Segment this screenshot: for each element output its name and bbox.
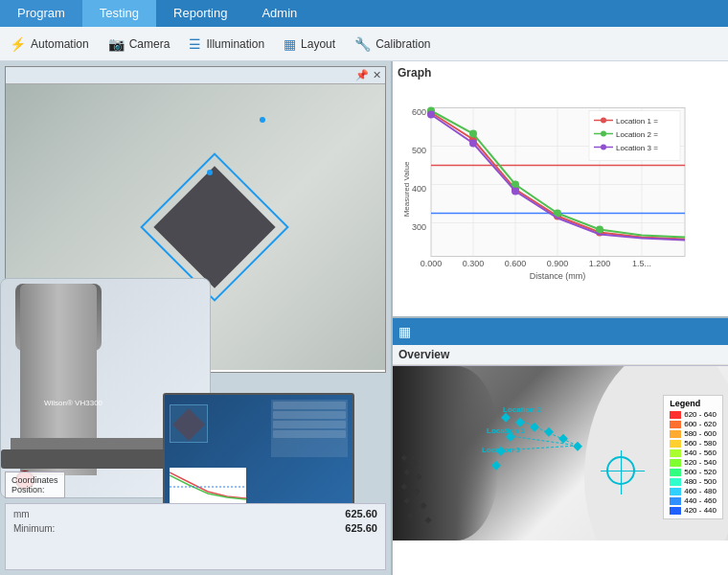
camera-icon: 📷 (108, 36, 125, 52)
toolbar-automation[interactable]: ⚡ Automation (10, 36, 89, 52)
minimum-label: Minimum: (13, 523, 55, 534)
svg-text:400: 400 (412, 184, 426, 194)
legend-item-7: 500 - 520 (670, 468, 717, 476)
svg-text:0.000: 0.000 (421, 259, 443, 268)
toolbar-calibration[interactable]: 🔧 Calibration (354, 36, 430, 52)
coordinates-label: Coordinates (11, 475, 58, 485)
svg-text:1.200: 1.200 (589, 259, 611, 268)
machine-label: Wilson® VH3300 (44, 399, 102, 407)
svg-text:0.300: 0.300 (463, 259, 485, 268)
svg-text:0.600: 0.600 (505, 259, 527, 268)
svg-point-18 (469, 130, 477, 138)
legend-item-11: 420 - 440 (670, 506, 717, 515)
main-content: 📌 ✕ Wilson® VH3300 (0, 61, 728, 575)
monitor-screen: Ready for testing (163, 393, 354, 518)
nav-reporting[interactable]: Reporting (156, 0, 244, 27)
main-toolbar: ⚡ Automation 📷 Camera ☰ Illumination ▦ L… (0, 27, 728, 61)
mm-row: mm 625.60 (13, 508, 377, 519)
middle-strip: ▦ (393, 318, 728, 345)
legend-item-2: 600 - 620 (670, 420, 717, 428)
svg-text:300: 300 (412, 222, 426, 232)
screen-graph (170, 468, 246, 506)
svg-rect-55 (407, 512, 414, 518)
indentation-mark (153, 166, 275, 288)
mini-diamond (172, 408, 205, 441)
svg-rect-54 (420, 502, 426, 509)
close-icon[interactable]: ✕ (373, 69, 381, 81)
svg-rect-49 (403, 469, 410, 475)
svg-text:Location 3: Location 3 (482, 446, 521, 454)
svg-point-39 (601, 118, 606, 124)
svg-text:1.5...: 1.5... (632, 259, 651, 268)
toolbar-layout[interactable]: ▦ Layout (284, 36, 335, 52)
left-panel: 📌 ✕ Wilson® VH3300 (0, 61, 393, 575)
overview-title: Overview (393, 345, 728, 365)
coordinates-panel: Coordinates Position: (5, 472, 65, 498)
svg-point-22 (427, 111, 435, 119)
svg-text:Location 2 =: Location 2 = (616, 130, 658, 139)
toolbar-camera[interactable]: 📷 Camera (108, 36, 171, 52)
svg-rect-51 (400, 483, 407, 490)
nav-program[interactable]: Program (0, 0, 82, 27)
legend-item-10: 440 - 460 (670, 496, 717, 505)
svg-text:Location 1: Location 1 (487, 426, 526, 435)
legend-color-11 (670, 507, 681, 515)
svg-text:Measured Value: Measured Value (402, 161, 411, 217)
svg-point-45 (601, 145, 606, 150)
svg-point-23 (469, 140, 477, 148)
toolbar-illumination[interactable]: ☰ Illumination (189, 36, 264, 52)
machine-stage (11, 438, 183, 449)
legend-item-5: 540 - 560 (670, 448, 717, 457)
measurement-info: mm 625.60 Minimum: 625.60 (5, 503, 386, 570)
legend-item-1: 620 - 640 (670, 410, 717, 419)
legend-item-3: 580 - 600 (670, 429, 717, 438)
position-label: Position: (11, 485, 58, 494)
graph-panel: Graph (393, 61, 728, 318)
svg-text:Location 1 =: Location 1 = (616, 117, 658, 126)
monitor-display: Ready for testing (165, 395, 353, 516)
overview-image: Location 2 Location 1 Location 3 Legend … (393, 366, 728, 540)
svg-rect-65 (491, 461, 501, 471)
location-trail: Location 2 Location 1 Location 3 (479, 395, 603, 494)
svg-point-24 (512, 188, 519, 196)
mm-label: mm (13, 509, 30, 519)
svg-rect-59 (544, 427, 554, 437)
svg-point-21 (596, 226, 603, 234)
overview-panel: Overview (393, 345, 728, 575)
svg-rect-57 (573, 442, 582, 451)
minimum-value: 625.60 (345, 522, 377, 534)
indentation-view (162, 174, 267, 280)
legend-item-8: 480 - 500 (670, 477, 717, 486)
legend-color-6 (670, 459, 681, 467)
svg-text:Location 2: Location 2 (503, 405, 542, 414)
screen-indentation (170, 404, 208, 443)
legend-color-8 (670, 478, 681, 486)
svg-text:Location 3 =: Location 3 = (616, 144, 658, 152)
svg-point-42 (601, 131, 606, 137)
svg-text:600: 600 (412, 107, 426, 117)
svg-rect-52 (413, 488, 420, 494)
legend-color-4 (670, 440, 681, 448)
svg-text:Distance (mm): Distance (mm) (530, 271, 586, 281)
svg-rect-60 (530, 423, 539, 432)
svg-rect-50 (415, 473, 421, 480)
legend-color-2 (670, 421, 681, 428)
legend-item-6: 520 - 540 (670, 458, 717, 467)
legend-title: Legend (670, 399, 717, 408)
screen-data-panel (271, 400, 348, 457)
mini-graph-svg (170, 468, 246, 506)
strip-icon: ▦ (398, 324, 411, 339)
legend-item-4: 560 - 580 (670, 439, 717, 448)
legend-color-7 (670, 469, 681, 476)
top-navigation: Program Testing Reporting Admin (0, 0, 728, 27)
pin-icon[interactable]: 📌 (355, 69, 369, 81)
mm-value: 625.60 (345, 508, 377, 519)
nav-testing[interactable]: Testing (82, 0, 156, 27)
legend-color-3 (670, 430, 681, 438)
nav-admin[interactable]: Admin (244, 0, 314, 27)
legend-color-9 (670, 488, 681, 495)
legend-color-1 (670, 411, 681, 419)
crosshair (606, 456, 635, 485)
overview-legend: Legend 620 - 640 600 - 620 580 - 600 (663, 395, 723, 519)
legend-item-9: 460 - 480 (670, 487, 717, 495)
